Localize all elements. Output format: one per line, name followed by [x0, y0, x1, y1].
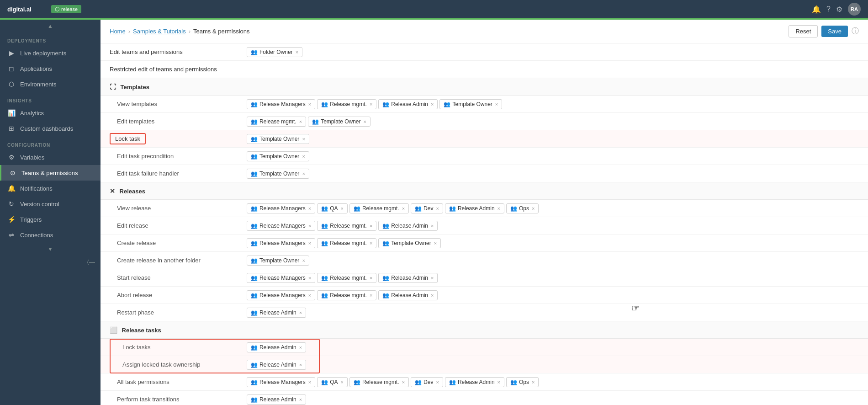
settings-icon[interactable]: ⚙: [836, 5, 842, 14]
tag-close[interactable]: ×: [302, 154, 305, 159]
tag-close[interactable]: ×: [308, 240, 311, 246]
reset-button[interactable]: Reset: [789, 25, 818, 37]
permissions-table: Edit teams and permissions 👥 Folder Owne…: [101, 43, 868, 405]
breadcrumb-home[interactable]: Home: [110, 28, 126, 35]
tag-close[interactable]: ×: [402, 379, 405, 385]
sidebar-item-notifications[interactable]: 🔔 Notifications: [0, 181, 101, 196]
perm-tags: 👥Release Admin×: [247, 360, 859, 370]
perm-label: Restricted edit of teams and permissions: [110, 66, 247, 73]
team-icon: 👥: [312, 118, 319, 125]
tag-close[interactable]: ×: [431, 293, 434, 298]
perm-row-lock-tasks: Lock tasks 👥Release Admin×: [101, 339, 868, 356]
sidebar-item-environments[interactable]: ⬡ Environments: [0, 76, 101, 92]
team-icon: 👥: [251, 153, 258, 160]
tag-close[interactable]: ×: [370, 275, 372, 281]
perm-label: Edit task precondition: [110, 153, 247, 160]
team-icon: 👥: [321, 205, 328, 212]
tag-close[interactable]: ×: [341, 379, 344, 385]
sidebar-item-custom-dashboards[interactable]: ⊞ Custom dashboards: [0, 121, 101, 136]
team-icon: 👥: [382, 292, 389, 298]
tag-close[interactable]: ×: [341, 206, 344, 211]
breadcrumb-current: Teams & permissions: [193, 28, 250, 35]
tag-close[interactable]: ×: [495, 101, 498, 107]
tag-close[interactable]: ×: [308, 293, 311, 298]
sidebar-item-teams-permissions[interactable]: ⊙ Teams & permissions: [0, 165, 101, 181]
dashboards-icon: ⊞: [7, 125, 16, 132]
team-icon: 👥: [251, 257, 258, 264]
tag: 👥Release Managers×: [247, 99, 315, 109]
tag-close[interactable]: ×: [299, 119, 302, 124]
tag: 👥Template Owner×: [247, 151, 309, 161]
tag-close[interactable]: ×: [498, 379, 500, 385]
lock-task-label: Lock task: [110, 133, 146, 144]
sidebar-item-applications[interactable]: ◻ Applications: [0, 61, 101, 76]
tag-close[interactable]: ×: [431, 101, 434, 107]
tag-close[interactable]: ×: [532, 206, 535, 211]
tag-close[interactable]: ×: [434, 240, 437, 246]
sidebar-collapse-button[interactable]: ⟨—: [0, 255, 101, 269]
tag-close[interactable]: ×: [431, 223, 434, 229]
tag-close[interactable]: ×: [498, 206, 500, 211]
sidebar-item-triggers[interactable]: ⚡ Triggers: [0, 212, 101, 227]
tag-close[interactable]: ×: [370, 101, 372, 107]
sidebar-label: Analytics: [20, 110, 44, 117]
perm-tags: 👥Release Managers× 👥Release mgmt.× 👥Rele…: [247, 273, 859, 283]
team-icon: 👥: [510, 379, 517, 385]
tag-close[interactable]: ×: [436, 379, 439, 385]
sidebar-label: Environments: [20, 81, 56, 88]
bell-icon[interactable]: 🔔: [812, 5, 821, 14]
help-icon[interactable]: ?: [826, 5, 831, 13]
tag-close[interactable]: ×: [299, 345, 302, 350]
tag-close[interactable]: ×: [299, 310, 302, 315]
tag-close[interactable]: ×: [364, 119, 366, 124]
avatar[interactable]: RA: [848, 3, 861, 16]
tag: 👥Release Admin×: [445, 203, 504, 213]
tag-close[interactable]: ×: [296, 49, 298, 55]
tag-close[interactable]: ×: [302, 136, 305, 142]
permissions-scroll-area[interactable]: Edit teams and permissions 👥 Folder Owne…: [101, 43, 868, 405]
tag: 👥Template Owner×: [247, 134, 309, 144]
tag-close[interactable]: ×: [308, 206, 311, 211]
tag: 👥Template Owner×: [439, 99, 502, 109]
tag-close[interactable]: ×: [402, 206, 405, 211]
top-bar-actions: Reset Save ⓘ: [789, 25, 859, 37]
team-icon: 👥: [251, 344, 258, 351]
tag-close[interactable]: ×: [370, 240, 372, 246]
sidebar-item-version-control[interactable]: ↻ Version control: [0, 196, 101, 212]
sidebar-item-live-deployments[interactable]: ▶ Live deployments: [0, 45, 101, 61]
perm-row-create-release-another-folder: Create release in another folder 👥Templa…: [101, 252, 868, 269]
perm-row-abort-release: Abort release 👥Release Managers× 👥Releas…: [101, 287, 868, 304]
scroll-up[interactable]: ▲: [0, 20, 101, 32]
breadcrumb-sep-2: ›: [189, 28, 191, 35]
tag-close[interactable]: ×: [308, 379, 311, 385]
tag-close[interactable]: ×: [308, 223, 311, 229]
tag-close[interactable]: ×: [532, 379, 535, 385]
tag-close[interactable]: ×: [308, 101, 311, 107]
sidebar-item-variables[interactable]: ⚙ Variables: [0, 149, 101, 165]
section-title: ⬜ Release tasks: [110, 326, 247, 334]
analytics-icon: 📊: [7, 109, 16, 117]
connections-icon: ⇌: [7, 231, 16, 239]
perm-tags: 👥Release Managers× 👥Release mgmt.× 👥Rele…: [247, 99, 859, 109]
tag-close[interactable]: ×: [431, 275, 434, 281]
tag-close[interactable]: ×: [299, 397, 302, 402]
sidebar-item-analytics[interactable]: 📊 Analytics: [0, 105, 101, 121]
scroll-down[interactable]: ▼: [0, 243, 101, 255]
sidebar-item-connections[interactable]: ⇌ Connections: [0, 227, 101, 243]
tag-close[interactable]: ×: [308, 275, 311, 281]
info-button[interactable]: ⓘ: [852, 27, 859, 36]
tag-close[interactable]: ×: [436, 206, 439, 211]
tag-close[interactable]: ×: [302, 258, 305, 263]
tag: 👥Release Managers×: [247, 221, 315, 231]
tag-close[interactable]: ×: [370, 223, 372, 229]
tag-close[interactable]: ×: [370, 293, 372, 298]
perm-label: Start release: [110, 274, 247, 281]
top-bar: Home › Samples & Tutorials › Teams & per…: [101, 20, 868, 43]
save-button[interactable]: Save: [821, 26, 848, 37]
breadcrumb-tutorials[interactable]: Samples & Tutorials: [133, 28, 186, 35]
tag-close[interactable]: ×: [299, 362, 302, 368]
perm-label: Abort release: [110, 292, 247, 298]
tag: 👥Release Admin×: [378, 290, 438, 300]
digitalai-logo: digital.ai: [7, 4, 48, 14]
tag-close[interactable]: ×: [302, 171, 305, 176]
